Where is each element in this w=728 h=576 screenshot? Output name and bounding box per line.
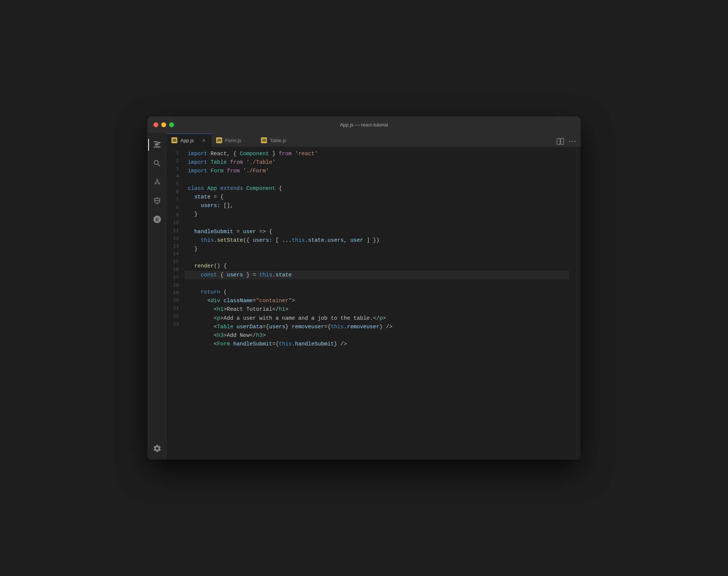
svg-rect-0 <box>155 144 159 144</box>
code-editor[interactable]: 1234567891011121314151617181920212223 im… <box>167 147 581 460</box>
code-line <box>185 279 569 288</box>
svg-rect-1 <box>155 145 158 145</box>
tab-close-button[interactable]: × <box>200 137 207 144</box>
line-number: 10 <box>170 219 179 227</box>
svg-rect-14 <box>561 138 564 144</box>
line-number: 13 <box>170 243 179 251</box>
code-line: import React, { Component } from 'react' <box>185 150 569 158</box>
more-actions-button[interactable] <box>567 136 578 147</box>
sidebar-item-source-control[interactable] <box>148 173 166 191</box>
svg-rect-13 <box>557 138 560 144</box>
svg-line-10 <box>154 198 155 199</box>
line-number: 2 <box>170 157 179 165</box>
window-title: App.js — react-tutorial <box>340 122 388 128</box>
code-line: class App extends Component { <box>185 184 569 193</box>
line-number: 1 <box>170 150 179 157</box>
sidebar-item-settings[interactable] <box>148 441 166 459</box>
tab-bar: JS App.js × JS Form.js JS Table.js <box>167 133 581 147</box>
code-line <box>185 176 569 184</box>
editor-area: JS App.js × JS Form.js JS Table.js <box>167 133 581 460</box>
line-number: 20 <box>170 297 179 305</box>
sidebar-item-search[interactable] <box>148 154 166 172</box>
code-line: state = { <box>185 193 569 201</box>
search-icon <box>153 159 162 168</box>
line-number: 23 <box>170 320 179 328</box>
js-icon: JS <box>261 137 267 143</box>
source-control-icon <box>153 178 162 187</box>
minimize-button[interactable] <box>161 122 166 127</box>
line-number: 17 <box>170 274 179 282</box>
maximize-button[interactable] <box>169 122 174 127</box>
close-button[interactable] <box>153 122 158 127</box>
js-icon: JS <box>171 137 177 143</box>
tab-label: App.js <box>180 138 194 143</box>
code-line <box>185 219 569 228</box>
more-actions-icon <box>568 137 577 146</box>
code-line <box>185 253 569 262</box>
line-numbers: 1234567891011121314151617181920212223 <box>167 147 185 460</box>
line-number: 12 <box>170 235 179 243</box>
code-line: <Table userData={users} removeuser={this… <box>185 323 569 331</box>
line-number: 19 <box>170 289 179 297</box>
line-number: 5 <box>170 181 179 188</box>
code-line: users: [], <box>185 201 569 210</box>
title-bar: App.js — react-tutorial <box>147 116 581 133</box>
extensions-icon <box>153 196 162 205</box>
tab-table-js[interactable]: JS Table.js <box>256 134 301 147</box>
line-number: 18 <box>170 282 179 289</box>
code-line: } <box>185 210 569 219</box>
svg-point-17 <box>575 141 576 142</box>
line-number: 22 <box>170 313 179 320</box>
js-icon: JS <box>216 137 222 143</box>
svg-point-4 <box>158 183 160 184</box>
svg-point-2 <box>156 179 158 181</box>
line-number: 14 <box>170 250 179 258</box>
code-line: <Form handleSubmit={this.handleSubmit} /… <box>185 340 569 348</box>
line-number: 3 <box>170 165 179 173</box>
code-line: <p>Add a user with a name and a job to t… <box>185 314 569 323</box>
code-line: handleSubmit = user => { <box>185 228 569 236</box>
files-icon <box>153 140 162 149</box>
code-line: this.setState({ users: [ ...this.state.u… <box>185 236 569 245</box>
svg-point-3 <box>155 183 156 184</box>
minimap <box>577 147 581 460</box>
line-number: 16 <box>170 266 179 274</box>
window-controls <box>153 122 174 127</box>
split-editor-button[interactable] <box>555 136 566 147</box>
main-layout: JS App.js × JS Form.js JS Table.js <box>147 133 581 460</box>
tab-form-js[interactable]: JS Form.js <box>212 134 256 147</box>
tab-app-js[interactable]: JS App.js × <box>167 134 212 147</box>
svg-point-15 <box>569 141 570 142</box>
code-line: import Form from './Form' <box>185 167 569 175</box>
code-line: const { users } = this.state <box>185 271 569 279</box>
svg-point-16 <box>572 141 573 142</box>
line-number: 4 <box>170 173 179 181</box>
code-line: render() { <box>185 262 569 270</box>
sidebar-item-remote[interactable] <box>148 210 166 228</box>
line-number: 6 <box>170 188 179 196</box>
line-number: 9 <box>170 212 179 219</box>
split-editor-icon <box>556 137 565 146</box>
code-line: import Table from './Table' <box>185 158 569 167</box>
code-content[interactable]: import React, { Component } from 'react'… <box>185 147 577 460</box>
line-number: 21 <box>170 305 179 313</box>
svg-line-11 <box>160 198 161 199</box>
editor-actions <box>555 136 581 147</box>
code-line: <div className="container"> <box>185 297 569 305</box>
vscode-window: App.js — react-tutorial <box>147 116 581 460</box>
settings-icon <box>153 444 162 453</box>
sidebar-item-extensions[interactable] <box>148 192 166 210</box>
remote-icon <box>153 215 162 224</box>
sidebar-item-explorer[interactable] <box>148 136 166 154</box>
activity-bar <box>147 133 167 460</box>
code-line: <h3>Add New</h3> <box>185 331 569 340</box>
line-number: 7 <box>170 196 179 204</box>
code-line: } <box>185 245 569 253</box>
tab-label: Table.js <box>270 138 286 143</box>
line-number: 8 <box>170 204 179 212</box>
line-number: 15 <box>170 258 179 266</box>
code-line: return ( <box>185 288 569 297</box>
code-line: <h1>React Tutorial</h1> <box>185 305 569 314</box>
line-number: 11 <box>170 227 179 235</box>
tab-label: Form.js <box>225 138 241 143</box>
